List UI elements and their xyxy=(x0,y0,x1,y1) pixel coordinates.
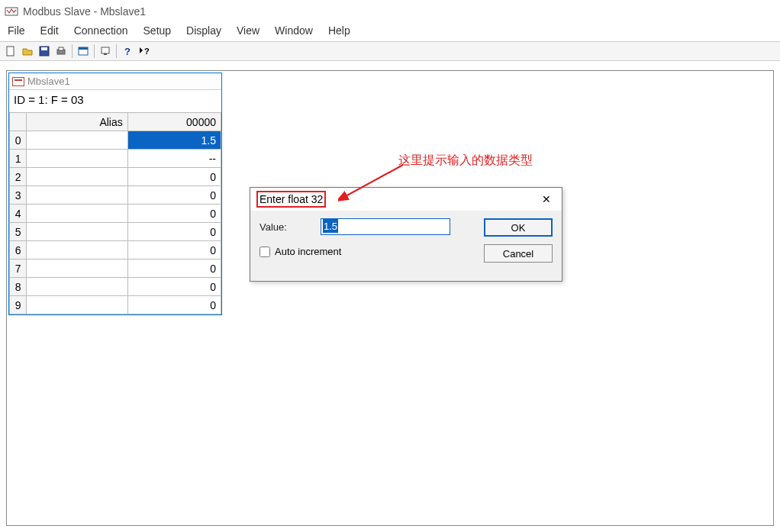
child-title-bar[interactable]: Mbslave1 xyxy=(9,73,221,90)
cell-value[interactable]: 0 xyxy=(127,278,221,296)
menu-connection[interactable]: Connection xyxy=(66,23,136,38)
status-line: ID = 1: F = 03 xyxy=(9,90,221,109)
cell-alias[interactable] xyxy=(27,168,127,186)
dialog-title-bar[interactable]: Enter float 32 ✕ xyxy=(250,188,562,211)
table-row[interactable]: 01.5 xyxy=(10,131,221,150)
row-index[interactable]: 3 xyxy=(10,186,27,205)
menu-help[interactable]: Help xyxy=(321,23,358,38)
svg-rect-1 xyxy=(7,47,14,56)
work-area: Mbslave1 ID = 1: F = 03 Alias 00000 01.5… xyxy=(6,70,774,526)
auto-increment-checkbox[interactable] xyxy=(259,247,270,257)
row-index[interactable]: 2 xyxy=(10,168,27,186)
connection-icon[interactable] xyxy=(98,44,113,59)
cell-value[interactable]: 0 xyxy=(127,223,221,241)
new-icon[interactable] xyxy=(3,44,18,59)
enter-value-dialog: Enter float 32 ✕ Value: 1.5 Auto increme… xyxy=(250,187,562,282)
table-row[interactable]: 30 xyxy=(10,186,221,205)
cell-value[interactable]: 0 xyxy=(127,205,221,223)
row-index[interactable]: 4 xyxy=(10,205,27,223)
menu-view[interactable]: View xyxy=(229,23,267,38)
cell-alias[interactable] xyxy=(27,278,127,296)
menu-bar: File Edit Connection Setup Display View … xyxy=(0,23,780,41)
cell-alias[interactable] xyxy=(27,296,127,314)
cell-alias[interactable] xyxy=(27,241,127,260)
cell-value[interactable]: 0 xyxy=(127,296,221,314)
row-index[interactable]: 1 xyxy=(10,150,27,168)
toolbar-sep xyxy=(116,44,117,58)
window-title: Modbus Slave - Mbslave1 xyxy=(23,5,146,18)
child-window-icon xyxy=(12,77,24,86)
row-index[interactable]: 0 xyxy=(10,131,27,150)
open-icon[interactable] xyxy=(20,44,35,59)
cell-value[interactable]: 0 xyxy=(127,241,221,260)
cell-alias[interactable] xyxy=(27,186,127,205)
cell-alias[interactable] xyxy=(27,205,127,223)
cell-alias[interactable] xyxy=(27,150,127,168)
value-input[interactable] xyxy=(321,218,450,235)
help-icon[interactable]: ? xyxy=(120,44,135,59)
save-icon[interactable] xyxy=(37,44,52,59)
row-index[interactable]: 9 xyxy=(10,296,27,314)
row-index[interactable]: 8 xyxy=(10,278,27,296)
annotation-text: 这里提示输入的数据类型 xyxy=(398,153,533,169)
toolbar-sep xyxy=(72,44,73,58)
auto-increment-label: Auto increment xyxy=(275,246,341,257)
svg-rect-9 xyxy=(104,53,107,55)
close-icon[interactable]: ✕ xyxy=(537,193,556,205)
cell-value[interactable]: 1.5 xyxy=(127,131,221,150)
cell-value[interactable]: 0 xyxy=(127,168,221,186)
whats-this-icon[interactable]: ? xyxy=(137,44,152,59)
cell-value[interactable]: 0 xyxy=(127,186,221,205)
row-index[interactable]: 6 xyxy=(10,241,27,260)
menu-file[interactable]: File xyxy=(5,23,33,38)
col-header-value[interactable]: 00000 xyxy=(127,113,221,131)
table-row[interactable]: 90 xyxy=(10,296,221,314)
value-selection: 1.5 xyxy=(323,219,338,233)
ok-button[interactable]: OK xyxy=(484,218,553,237)
svg-rect-3 xyxy=(41,47,47,50)
cell-alias[interactable] xyxy=(27,131,127,150)
cell-value[interactable]: -- xyxy=(127,150,221,168)
svg-rect-8 xyxy=(102,47,109,53)
cell-alias[interactable] xyxy=(27,260,127,278)
table-row[interactable]: 50 xyxy=(10,223,221,241)
child-window-title: Mbslave1 xyxy=(27,76,70,87)
table-row[interactable]: 80 xyxy=(10,278,221,296)
table-row[interactable]: 70 xyxy=(10,260,221,278)
cell-alias[interactable] xyxy=(27,223,127,241)
row-index[interactable]: 5 xyxy=(10,223,27,241)
row-index[interactable]: 7 xyxy=(10,260,27,278)
svg-text:?: ? xyxy=(144,47,150,56)
menu-window[interactable]: Window xyxy=(267,23,321,38)
col-header-alias[interactable]: Alias xyxy=(27,113,127,131)
svg-rect-7 xyxy=(79,47,88,50)
title-bar: Modbus Slave - Mbslave1 xyxy=(0,0,780,23)
register-table: Alias 00000 01.51--2030405060708090 xyxy=(9,112,221,314)
cell-value[interactable]: 0 xyxy=(127,260,221,278)
app-icon xyxy=(5,5,18,18)
window-icon[interactable] xyxy=(76,44,91,59)
child-window: Mbslave1 ID = 1: F = 03 Alias 00000 01.5… xyxy=(8,73,222,315)
toolbar: ? ? xyxy=(0,41,780,61)
col-header-index[interactable] xyxy=(10,113,27,131)
toolbar-sep xyxy=(94,44,95,58)
print-icon[interactable] xyxy=(53,44,69,59)
cancel-button[interactable]: Cancel xyxy=(484,244,553,263)
menu-display[interactable]: Display xyxy=(179,23,229,38)
table-row[interactable]: 20 xyxy=(10,168,221,186)
table-row[interactable]: 60 xyxy=(10,241,221,260)
menu-setup[interactable]: Setup xyxy=(136,23,179,38)
dialog-title: Enter float 32 xyxy=(259,193,323,205)
value-label: Value: xyxy=(259,221,313,233)
table-row[interactable]: 40 xyxy=(10,205,221,223)
menu-edit[interactable]: Edit xyxy=(33,23,66,38)
table-row[interactable]: 1-- xyxy=(10,150,221,168)
svg-rect-5 xyxy=(59,47,63,50)
